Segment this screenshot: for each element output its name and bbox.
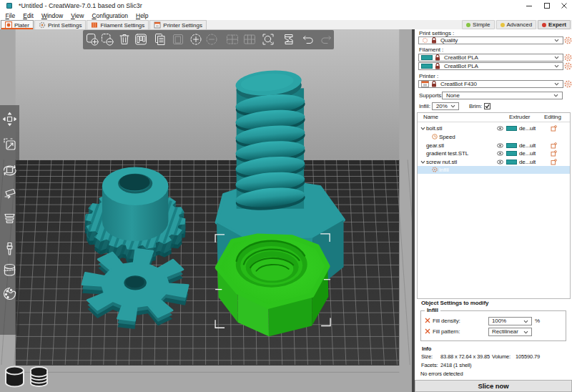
size-value: 83.88 x 72.64 x 39.85 (440, 353, 490, 360)
menu-view[interactable]: View (67, 12, 88, 19)
menu-help[interactable]: Help (132, 12, 152, 19)
print-settings-gear-button[interactable] (563, 36, 572, 45)
3d-viewport[interactable] (0, 29, 415, 392)
layer-stack-icon[interactable] (281, 31, 297, 47)
scale-down-icon (204, 31, 220, 47)
supports-label: Supports: (419, 93, 443, 99)
visibility-eye-icon[interactable] (497, 151, 503, 156)
object-name: screw nut.stl (426, 158, 457, 166)
solid-view-toggle[interactable] (4, 365, 26, 388)
menu-window[interactable]: Window (37, 12, 66, 19)
color-tool-icon[interactable] (2, 286, 17, 301)
filament-label: Filament : (419, 47, 443, 53)
lock-icon (431, 81, 437, 87)
fill-pattern-value: Rectilinear (492, 328, 518, 335)
column-editing: Editing (544, 113, 561, 122)
place-on-face-tool-icon[interactable] (2, 185, 17, 200)
simple-dot-icon (466, 23, 470, 27)
mode-label: Simple (473, 21, 490, 28)
fill-pattern-select[interactable]: Rectilinear (488, 328, 532, 336)
rotate-tool-icon[interactable] (2, 162, 17, 177)
brim-checkbox[interactable] (484, 103, 490, 109)
menu-file[interactable]: File (1, 12, 19, 19)
remove-object-icon[interactable] (99, 31, 115, 47)
delete-all-icon[interactable] (117, 31, 132, 47)
lock-icon (435, 63, 440, 69)
title-bar: *Untitled - CreatWare-7.0.1 based on Sli… (0, 0, 572, 11)
scale-tool-icon[interactable] (2, 137, 17, 152)
column-extruder: Extruder (509, 113, 530, 122)
add-instance-icon[interactable] (152, 31, 168, 47)
mode-advanced[interactable]: Advanced (496, 20, 537, 29)
arrange-icon[interactable] (133, 31, 149, 47)
scale-up-icon[interactable] (188, 31, 204, 47)
remove-setting-icon[interactable] (425, 318, 430, 323)
filament-select-1[interactable]: CreatBot PLA (418, 54, 563, 62)
list-row-speed[interactable]: Speed (418, 133, 570, 141)
manipulation-toolbar (0, 105, 19, 335)
printer-select[interactable]: CreatBot F430 (418, 80, 563, 88)
mode-expert[interactable]: Expert (538, 20, 571, 29)
move-tool-icon[interactable] (2, 112, 17, 127)
close-button[interactable] (555, 0, 572, 11)
mode-simple[interactable]: Simple (462, 20, 494, 29)
3d-scene (0, 29, 415, 392)
filament-select-2[interactable]: CreatBot PLA (418, 62, 563, 70)
filament-color-swatch (421, 55, 433, 60)
list-row-screw-nut[interactable]: screw nut.stl de...ult (418, 158, 570, 166)
extruder-value: de...ult (519, 158, 536, 166)
tab-printer-settings[interactable]: Printer Settings (149, 20, 207, 29)
visibility-eye-icon[interactable] (497, 126, 503, 131)
chevron-down-icon (553, 63, 560, 69)
printer-gear-button[interactable] (563, 79, 572, 89)
redo-icon (318, 31, 334, 47)
chevron-down-icon (523, 318, 529, 325)
filament-color-swatch (421, 64, 433, 69)
tab-print-settings[interactable]: Print Settings (34, 20, 87, 29)
undo-icon[interactable] (300, 31, 316, 47)
filament-settings-icon (91, 21, 98, 29)
visibility-eye-icon[interactable] (497, 143, 503, 148)
menu-edit[interactable]: Edit (19, 12, 38, 19)
edit-settings-icon[interactable] (551, 150, 557, 157)
slice-now-button[interactable]: Slice now (415, 380, 572, 392)
maximize-button[interactable] (538, 0, 556, 11)
print-settings-select[interactable]: Quality (418, 36, 563, 44)
filament-gear-button-2[interactable] (563, 62, 572, 71)
infill-group-label: Infill (425, 307, 440, 313)
menu-bar: File Edit Window View Configuration Help (0, 11, 572, 20)
collapse-icon[interactable] (420, 126, 425, 131)
edit-settings-icon[interactable] (551, 142, 557, 149)
speed-clock-icon (432, 134, 438, 139)
object-name: gradient test.STL (426, 150, 468, 157)
remove-setting-icon[interactable] (425, 328, 430, 334)
menu-configuration[interactable]: Configuration (88, 12, 132, 19)
supports-select[interactable]: None (442, 92, 563, 99)
setting-name: Speed (439, 133, 455, 141)
edit-settings-icon[interactable] (551, 125, 557, 132)
paint-tool-icon[interactable] (2, 241, 17, 256)
layer-height-tool-icon[interactable] (2, 210, 17, 225)
visibility-eye-icon[interactable] (497, 160, 503, 165)
list-row-gradient-test[interactable]: gradient test.STL de...ult (418, 150, 570, 157)
zoom-to-fit-icon[interactable] (260, 31, 276, 47)
list-row-infill-selected[interactable]: Infill (418, 166, 570, 174)
list-row-bolt[interactable]: bolt.stl de...ult (418, 124, 570, 132)
facets-value: 2418 (1 shell) (440, 362, 471, 368)
mode-label: Advanced (507, 21, 533, 28)
mode-switcher: Simple Advanced Expert (462, 20, 572, 29)
collapse-icon[interactable] (420, 160, 425, 165)
tab-label: Filament Settings (100, 22, 144, 29)
filament-value: CreatBot PLA (444, 54, 478, 61)
edit-settings-icon[interactable] (551, 159, 557, 165)
add-object-icon[interactable] (84, 31, 100, 47)
layers-view-toggle[interactable] (29, 366, 51, 389)
solid-view-icon (4, 365, 26, 388)
fill-density-select[interactable]: 100% (488, 317, 532, 325)
cut-tool-icon[interactable] (2, 263, 17, 278)
minimize-button[interactable] (520, 0, 538, 11)
infill-select[interactable]: 20% (432, 102, 459, 110)
tab-filament-settings[interactable]: Filament Settings (87, 20, 149, 29)
list-row-gear[interactable]: gear.stl de...ult (418, 142, 570, 150)
tab-plater[interactable]: Plater (1, 20, 34, 29)
